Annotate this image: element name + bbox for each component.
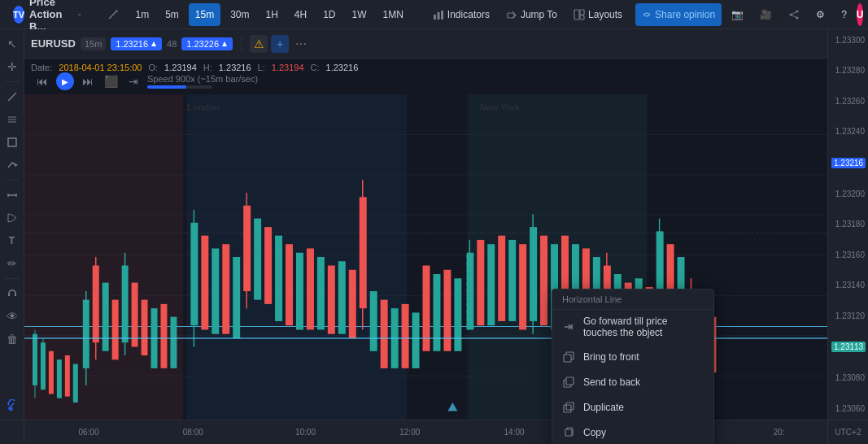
ctx-duplicate-label: Duplicate [583,402,624,413]
layouts-label: Layouts [588,9,622,20]
measure-tool[interactable] [2,185,22,205]
price-level-6: 1.23180 [831,220,865,229]
chart-icon [433,9,444,20]
ctx-bring-front-label: Bring to front [583,351,639,363]
ctx-copy[interactable]: Copy [552,420,713,444]
tf-4h-button[interactable]: 4H [288,3,313,26]
tf-1d-button[interactable]: 1D [316,3,342,26]
tf-30m-button[interactable]: 30m [224,3,255,26]
step-back-button[interactable]: ⏮ [33,72,51,90]
svg-marker-25 [151,41,156,46]
chevron-down-icon [77,11,81,19]
shape-tool[interactable] [2,133,22,152]
svg-rect-85 [402,304,409,368]
tf-1mn-button[interactable]: 1MN [377,3,410,26]
symbol-bar: EURUSD 15m 1.23216 48 1.23226 ⚠ + ⋯ [24,29,827,59]
svg-rect-69 [254,219,261,300]
alert-button[interactable]: ⚠ [250,35,268,53]
svg-rect-55 [142,300,148,355]
svg-rect-135 [564,405,571,412]
svg-rect-43 [83,300,89,368]
playback-expand-button[interactable]: ⬛ [102,72,120,90]
bottom-left-corner [0,420,24,444]
price-level-4: 1.23216 [831,158,865,168]
brush-tool[interactable]: ✏ [2,254,22,273]
screenshot-button[interactable]: 📷 [725,3,750,26]
share-icon [642,10,652,20]
ctx-duplicate[interactable]: Duplicate [552,395,713,420]
share-opinion-button[interactable]: Share opinion [635,3,722,26]
speed-fill [147,85,186,89]
draw-tool-button[interactable] [101,3,125,26]
svg-rect-8 [580,15,584,20]
symbol-pair: EURUSD [31,37,76,50]
fib-tool[interactable] [2,110,22,129]
tf-1w-button[interactable]: 1W [346,3,373,26]
text-tool[interactable]: T [2,231,22,250]
prediction-tool[interactable] [2,155,22,175]
up-arrow-icon [150,41,157,47]
playback-settings-button[interactable]: ⇥ [124,72,142,90]
trash-tool[interactable]: 🗑 [2,329,22,349]
magnet-tool[interactable] [2,284,22,303]
svg-marker-19 [15,163,18,167]
price-level-1: 1.23280 [831,66,865,75]
trend-line-tool[interactable] [2,87,22,107]
ctx-go-forward[interactable]: Go forward till price touches the object [552,310,713,345]
svg-line-13 [791,15,797,18]
crosshair-tool[interactable]: ✛ [2,57,22,76]
link-icon[interactable] [2,395,22,415]
svg-rect-4 [441,11,443,20]
svg-rect-90 [454,278,461,350]
annotation-tool[interactable] [2,208,22,228]
price-level-5: 1.23200 [831,189,865,198]
svg-rect-76 [328,266,335,334]
play-button[interactable]: ▶ [56,72,74,90]
ctx-copy-label: Copy [583,427,606,438]
price-level-12: 1.23060 [831,404,865,413]
price-value: 1.23216 [116,39,148,49]
svg-rect-96 [508,240,516,321]
svg-rect-98 [530,227,537,321]
svg-rect-79 [360,197,367,308]
tf-5m-button[interactable]: 5m [159,3,185,26]
tf-15m-button[interactable]: 15m [189,3,220,26]
speed-label: Speed 900x (~15m bar/sec) [147,74,258,84]
lt-separator3 [5,278,20,279]
camera-button[interactable]: 🎥 [753,3,779,26]
jump-to-button[interactable]: Jump To [499,3,564,26]
indicators-label: Indicators [447,9,490,20]
share-button[interactable] [782,3,806,26]
compare-button[interactable]: + [271,35,289,53]
indicators-button[interactable]: Indicators [426,3,496,26]
layouts-button[interactable]: Layouts [567,3,629,26]
svg-rect-71 [275,236,282,321]
eye-tool[interactable]: 👁 [2,307,22,326]
more-button[interactable]: ⋯ [292,35,310,53]
ctx-send-to-back[interactable]: Send to back [552,370,713,395]
price-badge-current: 1.23216 [111,37,162,50]
lt-separator [5,81,20,82]
price-level-8: 1.23140 [831,281,865,289]
lower-price-badge: 1.23113 [831,342,866,352]
speed-slider[interactable] [147,85,212,89]
ctx-send-back-icon [562,376,575,389]
sym-sep [241,36,242,52]
settings-button[interactable]: ⚙ [809,3,831,26]
tf-1m-button[interactable]: 1m [129,3,155,26]
svg-rect-74 [307,248,314,329]
cursor-tool[interactable]: ↖ [2,34,22,54]
svg-rect-73 [296,253,303,330]
ohlc-l-value: 1.23194 [272,63,304,72]
svg-rect-66 [243,206,251,291]
svg-rect-82 [370,291,377,351]
svg-rect-93 [477,240,484,325]
svg-rect-59 [190,223,198,325]
help-button[interactable]: ? [835,3,853,26]
ctx-bring-to-front[interactable]: Bring to front [552,345,713,370]
utc-text: UTC+2 [835,428,861,437]
tf-1h-button[interactable]: 1H [259,3,284,26]
time-label-3: 12:00 [399,428,420,437]
step-forward-button[interactable]: ⏭ [79,72,97,90]
left-toolbar: ↖ ✛ T ✏ 👁 🗑 [0,29,24,420]
